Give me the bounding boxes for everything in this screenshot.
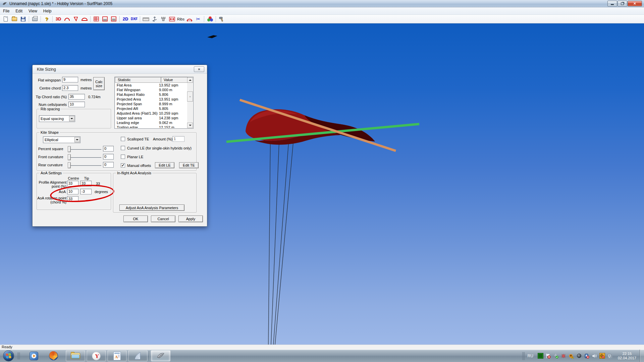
tray-device-icon[interactable] xyxy=(584,353,590,359)
measure-button[interactable] xyxy=(142,15,150,23)
tray-grid-icon[interactable] xyxy=(538,353,543,359)
menu-edit[interactable]: Edit xyxy=(12,8,25,14)
taskbar-surfplan-3d-active[interactable] xyxy=(151,350,170,361)
save-button[interactable] xyxy=(19,15,27,23)
edit-te-button[interactable]: Edit TE xyxy=(179,162,199,168)
rear-curvature-slider-track[interactable] xyxy=(68,165,101,166)
stat-row[interactable]: Adjusted Area (Flat/1.36)10.259 sqm xyxy=(115,111,187,116)
view-2d-button[interactable]: 2D xyxy=(121,15,129,23)
stat-row[interactable]: Projected Span8.999 m xyxy=(115,102,187,107)
stat-row[interactable]: Projected AR5.805 xyxy=(115,107,187,111)
open-file-button[interactable] xyxy=(10,15,18,23)
aoa-tip-input[interactable]: -3 xyxy=(80,189,92,194)
percent-square-input[interactable]: 0 xyxy=(103,146,114,152)
planar-le-checkbox[interactable] xyxy=(121,155,125,159)
tools-button[interactable] xyxy=(218,15,226,23)
calc-size-button[interactable]: Calc size xyxy=(93,77,105,90)
amount-input[interactable]: 1 xyxy=(172,136,184,142)
dxf-export-button[interactable]: DXF xyxy=(130,15,138,23)
print-button[interactable] xyxy=(31,15,39,23)
num-cells-input[interactable]: 10 xyxy=(68,102,85,107)
bridle-lines-button[interactable] xyxy=(159,15,167,23)
taskbar-media-player[interactable] xyxy=(28,351,40,361)
kite-shape-dropdown-button[interactable] xyxy=(74,137,80,142)
statistics-col-value[interactable]: Value xyxy=(161,77,188,83)
window-titlebar[interactable]: Unnamed (парус 1.sle) * - Hobby Version … xyxy=(0,0,644,7)
profile-centre-input[interactable]: 33 xyxy=(67,181,78,186)
planform-view-button[interactable] xyxy=(72,15,80,23)
rib-spacing-dropdown-button[interactable] xyxy=(69,116,74,121)
restore-button[interactable] xyxy=(618,1,627,6)
tray-lan-icon[interactable] xyxy=(607,353,613,359)
aoa-centre-input[interactable]: 10 xyxy=(67,189,78,194)
scalloped-te-checkbox[interactable] xyxy=(121,137,125,141)
dialog-close-button[interactable]: ✕ xyxy=(194,66,204,72)
rear-curvature-input[interactable]: 0 xyxy=(103,162,114,168)
taskbar-explorer[interactable] xyxy=(66,350,85,361)
front-curvature-slider-thumb[interactable] xyxy=(68,154,71,160)
stat-row[interactable]: Flat Area13.952 sqm xyxy=(115,83,187,88)
kite-shape-select[interactable]: Elliptical xyxy=(43,136,80,143)
stat-row[interactable]: Upper sail area14.238 sqm xyxy=(115,116,187,121)
rear-curvature-slider-thumb[interactable] xyxy=(68,162,71,168)
percent-square-slider-thumb[interactable] xyxy=(68,146,71,152)
centre-chord-input[interactable]: 2.3 xyxy=(62,85,78,91)
tray-update-warning-icon[interactable] xyxy=(569,353,574,359)
tray-volume-icon[interactable] xyxy=(592,353,597,359)
menu-view[interactable]: View xyxy=(25,8,40,14)
rotate-arc-button[interactable] xyxy=(185,15,194,23)
show-desktop-button[interactable] xyxy=(640,350,644,362)
help-button[interactable]: ? xyxy=(43,15,51,23)
stat-row[interactable]: Flat Aspect Ratio5.806 xyxy=(115,93,187,97)
view-3d-button[interactable]: 3D xyxy=(54,15,62,23)
canopy-view-button[interactable] xyxy=(80,15,89,23)
profile-tip-input[interactable]: 33 xyxy=(80,181,92,186)
statistics-scrollbar[interactable]: ≡ xyxy=(187,77,193,128)
apply-button[interactable]: Apply xyxy=(178,216,203,222)
new-file-button[interactable] xyxy=(2,15,10,23)
stat-row[interactable]: Trailing edge12.152 m xyxy=(115,125,187,128)
taskbar-surfplan-sail[interactable] xyxy=(128,350,148,361)
percent-square-slider-track[interactable] xyxy=(68,149,101,150)
stat-row[interactable]: Leading edge9.062 m xyxy=(115,121,187,125)
panel-texture-button[interactable] xyxy=(110,15,118,23)
taskbar-firefox[interactable] xyxy=(47,351,60,361)
language-indicator[interactable]: RU xyxy=(528,354,533,358)
cancel-button[interactable]: Cancel xyxy=(151,216,175,222)
span-arrows-button[interactable] xyxy=(168,15,176,23)
cut-button[interactable]: ✂ xyxy=(194,15,202,23)
close-button[interactable]: ✕ xyxy=(628,1,642,6)
flat-wingspan-input[interactable]: 9 xyxy=(62,77,78,82)
edit-le-button[interactable]: Edit LE xyxy=(155,162,174,168)
scroll-thumb[interactable]: ≡ xyxy=(187,92,193,102)
front-curvature-slider-track[interactable] xyxy=(68,157,101,158)
minimize-button[interactable] xyxy=(607,1,617,6)
tray-sphere-icon[interactable] xyxy=(576,353,582,359)
tray-usb-icon[interactable] xyxy=(553,353,559,359)
front-curvature-input[interactable]: 0 xyxy=(103,154,114,160)
ok-button[interactable]: OK xyxy=(123,216,148,222)
ribs-button[interactable]: Ribs xyxy=(177,15,185,23)
stat-row[interactable]: Projected Area13.951 sqm xyxy=(115,97,187,102)
taskbar-clock[interactable]: 22:15 02.04.2017 xyxy=(618,352,636,360)
taskbar-text-editor[interactable]: A xyxy=(107,350,127,361)
manual-offsets-checkbox[interactable] xyxy=(121,163,125,168)
adjust-aoa-parameters-button[interactable]: Adjust AoA Analysis Parameters xyxy=(119,204,184,211)
arc-view-button[interactable] xyxy=(63,15,71,23)
panel-grid-button[interactable] xyxy=(92,15,100,23)
scroll-up-button[interactable] xyxy=(187,77,193,83)
tray-flag-icon[interactable] xyxy=(545,353,551,359)
aoa-rotation-input[interactable]: 33 xyxy=(67,196,78,202)
panel-shaded-button[interactable] xyxy=(101,15,109,23)
tray-network-error-icon[interactable] xyxy=(599,353,605,359)
start-button[interactable] xyxy=(3,350,14,361)
bridle-point-button[interactable] xyxy=(151,15,159,23)
menu-file[interactable]: File xyxy=(0,8,12,14)
colors-button[interactable] xyxy=(206,15,214,23)
rib-spacing-select[interactable]: Equal spacing xyxy=(39,115,75,122)
stat-row[interactable]: Flat Wingspan9.000 m xyxy=(115,88,187,93)
curved-le-checkbox[interactable] xyxy=(121,146,125,150)
taskbar-yandex[interactable]: Y xyxy=(87,350,106,361)
tip-chord-ratio-input[interactable]: 35 xyxy=(68,94,85,100)
statistics-col-statistic[interactable]: Statistic xyxy=(115,77,161,83)
